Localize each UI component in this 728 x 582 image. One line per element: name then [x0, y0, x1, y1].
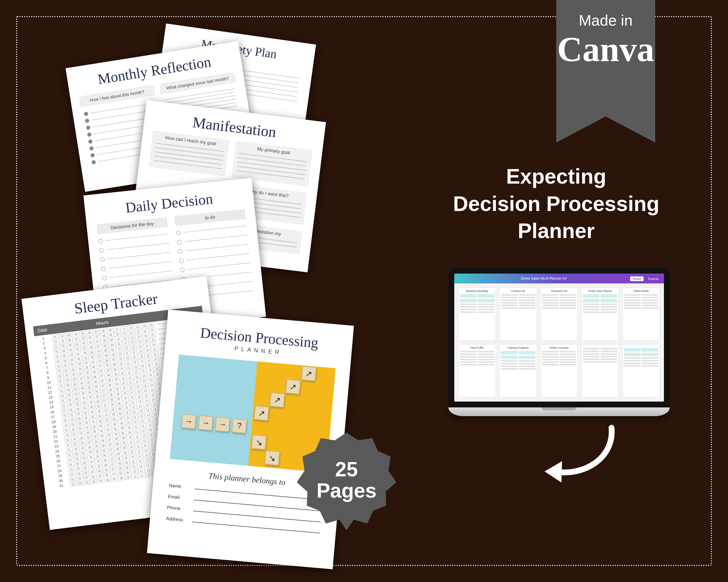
canva-thumb[interactable]: Client Details: [622, 287, 660, 341]
badge-label: Pages: [316, 480, 376, 502]
canva-thumb[interactable]: Training Programs: [499, 344, 537, 397]
download-button[interactable]: Downlo: [646, 276, 661, 281]
col-date: Date: [33, 325, 52, 336]
column-header: to do: [175, 209, 246, 226]
page-count-badge: 25 Pages: [297, 431, 396, 530]
canva-page-grid: Business BrandingContact ListPassword Li…: [454, 283, 664, 401]
laptop-screen: Direct Sales MLM Planner A4 Share Downlo…: [448, 268, 670, 408]
canva-thumb[interactable]: Power Hour Planner: [581, 287, 619, 341]
canva-thumb[interactable]: Business Branding: [458, 287, 496, 341]
product-title: Expecting Decision Processing Planner: [425, 163, 687, 245]
canva-topbar: Direct Sales MLM Planner A4 Share Downlo: [454, 274, 664, 283]
canva-thumb[interactable]: Rep Profile: [458, 344, 496, 397]
laptop-base: [448, 408, 670, 416]
ribbon-brand: Canva: [557, 32, 654, 67]
laptop-mockup: Direct Sales MLM Planner A4 Share Downlo…: [448, 268, 670, 416]
canva-doc-title: Direct Sales MLM Planner A4: [521, 276, 567, 280]
ribbon-made-in: Made in: [579, 11, 633, 29]
canva-thumb[interactable]: [581, 344, 619, 397]
field-label: Phone: [167, 505, 190, 512]
canva-thumb[interactable]: Contact List: [499, 287, 537, 341]
canva-thumb[interactable]: Password List: [541, 287, 578, 341]
made-in-canva-ribbon: Made in Canva: [556, 0, 655, 116]
field-label: Email: [168, 494, 191, 501]
field-label: Address: [166, 516, 189, 523]
canva-thumb[interactable]: Online Accounts: [541, 344, 578, 397]
badge-count: 25: [316, 459, 376, 480]
share-button[interactable]: Share: [630, 276, 643, 281]
column-header: Decisions for the day: [96, 217, 168, 234]
field-label: Name: [168, 483, 192, 490]
canva-thumb[interactable]: [622, 344, 660, 397]
curved-arrow-icon: [542, 425, 617, 487]
